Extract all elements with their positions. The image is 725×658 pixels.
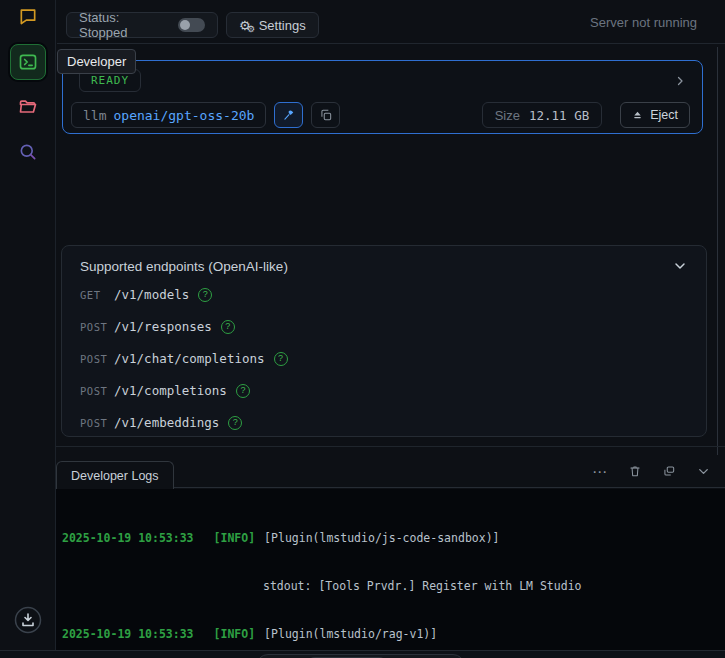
toggle-knob [180, 20, 190, 30]
chevron-down-icon[interactable] [672, 258, 688, 274]
pop-out-logs-icon[interactable] [662, 459, 676, 483]
help-icon[interactable]: ? [274, 352, 288, 366]
help-icon[interactable]: ? [198, 288, 212, 302]
copy-icon [319, 108, 333, 122]
logs-actions: ⋯ [592, 459, 711, 483]
help-icon[interactable]: ? [236, 384, 250, 398]
supported-endpoints-card: Supported endpoints (OpenAI-like) GET /v… [61, 245, 707, 437]
endpoint-row: POST /v1/chat/completions ? [62, 343, 706, 374]
endpoint-row: GET /v1/models ? [62, 279, 706, 310]
sidebar-item-my-models[interactable] [10, 89, 46, 125]
model-identifier-pill[interactable]: llm openai/gpt-oss-20b [71, 102, 266, 128]
mode-switch: User Power User Developer [256, 654, 465, 658]
more-options-icon[interactable]: ⋯ [592, 459, 608, 483]
eject-label: Eject [650, 108, 678, 122]
endpoint-method: GET [80, 289, 114, 301]
model-type-label: llm [83, 108, 106, 123]
log-entry: 2025-10-19 10:53:33[INFO][Plugin(lmstudi… [62, 530, 725, 546]
endpoint-path: /v1/models [114, 287, 189, 302]
logs-resize-handle[interactable] [56, 446, 725, 447]
size-value: 12.11 GB [529, 108, 589, 123]
collapse-logs-chevron-icon[interactable] [696, 459, 711, 483]
tools-button[interactable] [274, 102, 303, 128]
developer-logs-output[interactable]: 2025-10-19 10:53:33[INFO][Plugin(lmstudi… [56, 489, 725, 650]
help-icon[interactable]: ? [221, 320, 235, 334]
endpoints-header[interactable]: Supported endpoints (OpenAI-like) [62, 246, 706, 278]
sidebar-item-chat[interactable] [10, 0, 46, 34]
search-icon [18, 142, 38, 162]
log-message: [Plugin(lmstudio/rag-v1)] [264, 627, 437, 641]
endpoint-method: POST [80, 417, 114, 429]
log-detail: stdout: [Tools Prvdr.] Register with LM … [62, 578, 725, 594]
log-timestamp: 2025-10-19 10:53:33 [62, 627, 194, 641]
endpoint-method: POST [80, 321, 114, 333]
sidebar-item-developer[interactable] [10, 44, 46, 80]
endpoint-path: /v1/embeddings [114, 415, 219, 430]
settings-button[interactable]: ⚙⚙ Settings [226, 12, 319, 38]
settings-label: Settings [259, 18, 306, 33]
endpoint-row: POST /v1/responses ? [62, 311, 706, 342]
copy-model-button[interactable] [311, 102, 340, 128]
endpoint-path: /v1/responses [114, 319, 212, 334]
sidebar-item-downloads[interactable] [10, 602, 46, 638]
eject-icon [632, 110, 643, 121]
size-label: Size [495, 108, 520, 123]
scrollbar[interactable] [717, 47, 718, 455]
model-size-badge: Size 12.11 GB [482, 102, 603, 128]
log-level: [INFO] [214, 531, 256, 545]
log-entry: 2025-10-19 10:53:33[INFO][Plugin(lmstudi… [62, 626, 725, 642]
endpoint-row: POST /v1/embeddings ? [62, 407, 706, 438]
server-toolbar: Status: Stopped ⚙⚙ Settings Server not r… [57, 0, 725, 44]
sidebar [0, 0, 56, 650]
sidebar-item-discover[interactable] [10, 134, 46, 170]
loaded-model-card[interactable]: READY llm openai/gpt-oss-20b [62, 60, 703, 134]
endpoint-method: POST [80, 353, 114, 365]
endpoint-path: /v1/completions [114, 383, 227, 398]
model-row: llm openai/gpt-oss-20b Size 12.11 G [71, 102, 690, 128]
server-status-text: Server not running [590, 14, 697, 29]
eject-button[interactable]: Eject [620, 102, 690, 128]
model-name: openai/gpt-oss-20b [113, 108, 254, 123]
server-status-toggle-button[interactable]: Status: Stopped [66, 12, 218, 38]
clear-logs-trash-icon[interactable] [628, 459, 642, 483]
server-status-label: Status: Stopped [79, 10, 170, 40]
endpoints-title: Supported endpoints (OpenAI-like) [80, 259, 288, 274]
endpoint-method: POST [80, 385, 114, 397]
developer-tooltip: Developer [57, 49, 136, 74]
logs-header: Developer Logs ⋯ [56, 455, 725, 488]
log-message: [Plugin(lmstudio/js-code-sandbox)] [264, 531, 499, 545]
endpoint-path: /v1/chat/completions [114, 351, 265, 366]
hammer-icon [282, 108, 296, 122]
log-level: [INFO] [214, 627, 256, 641]
terminal-icon [18, 52, 38, 72]
download-icon [14, 606, 42, 634]
chevron-right-icon[interactable] [674, 75, 686, 87]
log-timestamp: 2025-10-19 10:53:33 [62, 531, 194, 545]
gear-icon: ⚙⚙ [239, 19, 251, 32]
status-bar: ↓ LM Studio 0.3.30 (Build 2) User Power … [0, 650, 725, 658]
server-toggle[interactable] [178, 18, 205, 32]
folder-icon [18, 97, 38, 117]
endpoint-row: POST /v1/completions ? [62, 375, 706, 406]
tab-developer-logs[interactable]: Developer Logs [56, 461, 174, 489]
help-icon[interactable]: ? [228, 416, 242, 430]
chat-icon [18, 6, 38, 26]
